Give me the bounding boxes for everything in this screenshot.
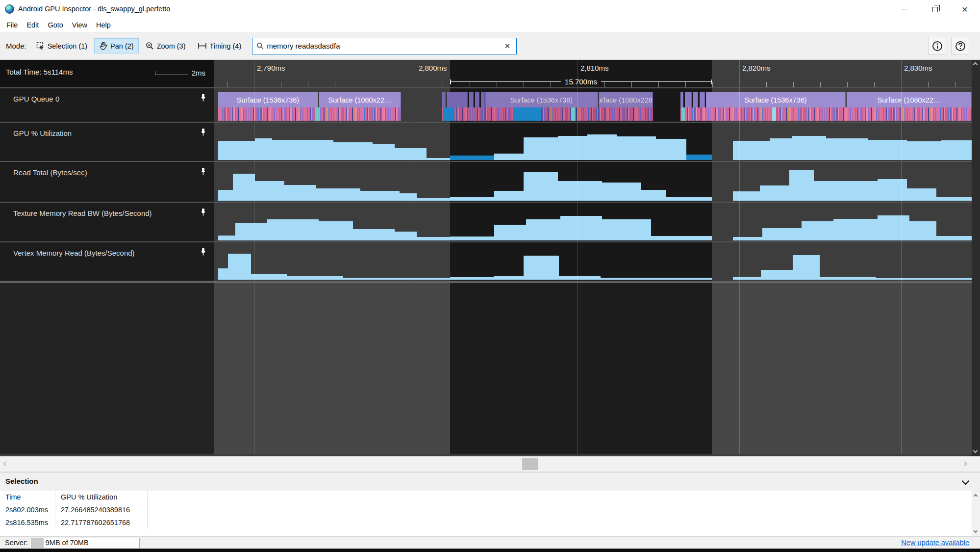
table-row[interactable]: 2s816.535ms22.717787602651768 bbox=[0, 516, 972, 529]
gpu-slice-strip[interactable] bbox=[680, 107, 972, 121]
chart-segment[interactable] bbox=[526, 219, 560, 240]
chart-segment[interactable] bbox=[762, 228, 802, 240]
menu-item-help[interactable]: Help bbox=[92, 19, 115, 31]
selection-vertical-scrollbar[interactable] bbox=[972, 491, 980, 536]
pin-icon[interactable] bbox=[200, 167, 207, 177]
chart-segment[interactable] bbox=[417, 198, 450, 201]
slice-patch[interactable] bbox=[443, 107, 454, 121]
timeline-vertical-scrollbar[interactable] bbox=[972, 60, 980, 456]
chart-segment[interactable] bbox=[360, 191, 400, 201]
chart-segment[interactable] bbox=[255, 181, 284, 201]
scroll-down-icon[interactable] bbox=[973, 448, 978, 453]
chart-segment[interactable] bbox=[316, 188, 360, 201]
surface-slice[interactable] bbox=[685, 92, 692, 107]
surface-slice[interactable] bbox=[469, 92, 474, 107]
slice-patch[interactable] bbox=[513, 107, 541, 121]
chart-segment[interactable] bbox=[251, 274, 287, 280]
timeline-horizontal-scrollbar[interactable] bbox=[0, 456, 980, 472]
slice-patch[interactable] bbox=[772, 107, 776, 121]
menu-item-goto[interactable]: Goto bbox=[43, 19, 67, 31]
chart-segment[interactable] bbox=[617, 136, 656, 160]
chart-segment[interactable] bbox=[820, 277, 876, 280]
mode-button-pan[interactable]: Pan (2) bbox=[94, 38, 139, 53]
selection-panel-header[interactable]: Selection bbox=[0, 472, 980, 491]
chart-segment[interactable] bbox=[353, 229, 395, 240]
table-row[interactable]: 2s802.003ms27.266485240389816 bbox=[0, 503, 972, 516]
chart-segment[interactable] bbox=[793, 255, 820, 280]
surface-slice[interactable] bbox=[475, 92, 479, 107]
chart-segment[interactable] bbox=[494, 154, 524, 160]
column-header-time[interactable]: Time bbox=[0, 491, 55, 503]
chart-segment[interactable] bbox=[686, 155, 712, 160]
search-box[interactable]: ✕ bbox=[252, 38, 517, 54]
menu-item-view[interactable]: View bbox=[68, 19, 92, 31]
chart-segment[interactable] bbox=[814, 181, 878, 201]
chart-segment[interactable] bbox=[524, 137, 558, 160]
chart-segment[interactable] bbox=[524, 172, 558, 201]
chart-segment[interactable] bbox=[789, 170, 814, 201]
chart-segment[interactable] bbox=[218, 190, 233, 201]
surface-slice[interactable] bbox=[447, 92, 468, 107]
track-plot[interactable] bbox=[214, 162, 972, 202]
surface-slice[interactable] bbox=[680, 92, 683, 107]
chart-segment[interactable] bbox=[395, 232, 417, 240]
pin-icon[interactable] bbox=[200, 208, 207, 218]
scroll-left-icon[interactable] bbox=[3, 462, 8, 467]
chart-segment[interactable] bbox=[233, 174, 255, 201]
chart-segment[interactable] bbox=[826, 138, 868, 160]
chart-segment[interactable] bbox=[558, 181, 602, 201]
chart-segment[interactable] bbox=[733, 191, 760, 201]
chart-segment[interactable] bbox=[792, 136, 826, 160]
menu-item-file[interactable]: File bbox=[2, 19, 22, 31]
chart-segment[interactable] bbox=[941, 140, 972, 160]
surface-slice[interactable] bbox=[700, 92, 705, 107]
chart-segment[interactable] bbox=[400, 193, 417, 201]
chart-segment[interactable] bbox=[907, 141, 941, 160]
scroll-up-icon[interactable] bbox=[974, 494, 978, 498]
gpu-slice-strip[interactable] bbox=[218, 107, 401, 121]
chart-segment[interactable] bbox=[602, 183, 641, 201]
chart-segment[interactable] bbox=[450, 237, 494, 240]
chart-segment[interactable] bbox=[760, 185, 789, 201]
hscroll-thumb[interactable] bbox=[522, 458, 538, 470]
mode-button-selection[interactable]: Selection (1) bbox=[31, 38, 92, 53]
pin-icon[interactable] bbox=[200, 128, 207, 138]
track-plot[interactable] bbox=[214, 242, 972, 281]
chart-segment[interactable] bbox=[287, 276, 343, 280]
chart-segment[interactable] bbox=[559, 276, 601, 280]
chart-segment[interactable] bbox=[333, 142, 373, 160]
gpu-slice-strip[interactable] bbox=[442, 107, 653, 121]
surface-slice[interactable]: Surface (1080x22… bbox=[319, 92, 401, 107]
chart-segment[interactable] bbox=[284, 185, 316, 201]
chart-segment[interactable] bbox=[417, 237, 450, 240]
chart-segment[interactable] bbox=[878, 179, 907, 201]
chart-segment[interactable] bbox=[733, 277, 761, 280]
surface-slice[interactable]: Surface (1536x736) bbox=[485, 92, 598, 107]
chart-segment[interactable] bbox=[733, 237, 762, 240]
chart-segment[interactable] bbox=[267, 219, 319, 240]
restore-button[interactable] bbox=[919, 0, 950, 18]
chart-segment[interactable] bbox=[395, 148, 427, 160]
timeline[interactable]: Total Time: 5s114ms2ms2,790ms2,800ms2,81… bbox=[0, 60, 972, 456]
timeline-ruler[interactable]: 2,790ms2,800ms2,810ms2,820ms2,830ms15.70… bbox=[214, 60, 972, 87]
chart-segment[interactable] bbox=[733, 141, 770, 160]
chart-segment[interactable] bbox=[450, 156, 494, 160]
scroll-right-icon[interactable] bbox=[962, 462, 967, 467]
track-plot[interactable] bbox=[214, 123, 972, 161]
chart-segment[interactable] bbox=[936, 236, 972, 240]
chart-segment[interactable] bbox=[218, 141, 255, 160]
chart-segment[interactable] bbox=[587, 134, 617, 160]
slice-patch[interactable] bbox=[571, 107, 575, 121]
surface-slice[interactable] bbox=[481, 92, 485, 107]
chart-segment[interactable] bbox=[770, 138, 792, 160]
scroll-down-icon[interactable] bbox=[974, 529, 978, 533]
track-plot[interactable]: Surface (1536x736)Surface (1080x22…Surfa… bbox=[214, 88, 972, 122]
surface-slice[interactable] bbox=[442, 92, 446, 107]
chart-segment[interactable] bbox=[656, 139, 686, 160]
column-header-gpu-util[interactable]: GPU % Utilization bbox=[55, 491, 148, 503]
surface-slice[interactable]: Surface (1080x22… bbox=[847, 92, 972, 107]
slice-patch[interactable] bbox=[681, 107, 685, 121]
help-button[interactable] bbox=[951, 37, 969, 55]
chart-segment[interactable] bbox=[427, 158, 450, 160]
chart-segment[interactable] bbox=[524, 256, 559, 280]
